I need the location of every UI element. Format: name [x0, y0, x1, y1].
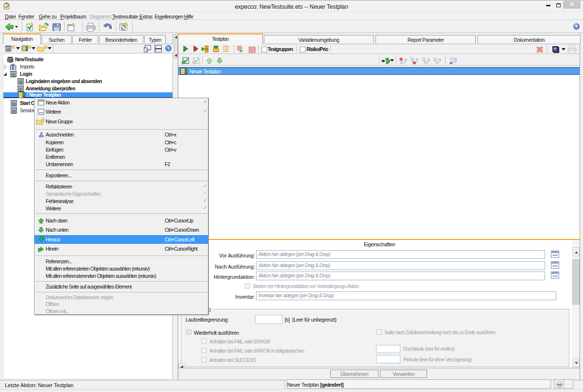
svg-text:?: ?: [415, 58, 418, 64]
svg-text:?: ?: [575, 24, 578, 29]
svg-text:?: ?: [167, 46, 170, 51]
svg-text:?: ?: [438, 58, 441, 64]
svg-text:?: ?: [404, 58, 407, 64]
svg-text:?: ?: [427, 58, 430, 64]
